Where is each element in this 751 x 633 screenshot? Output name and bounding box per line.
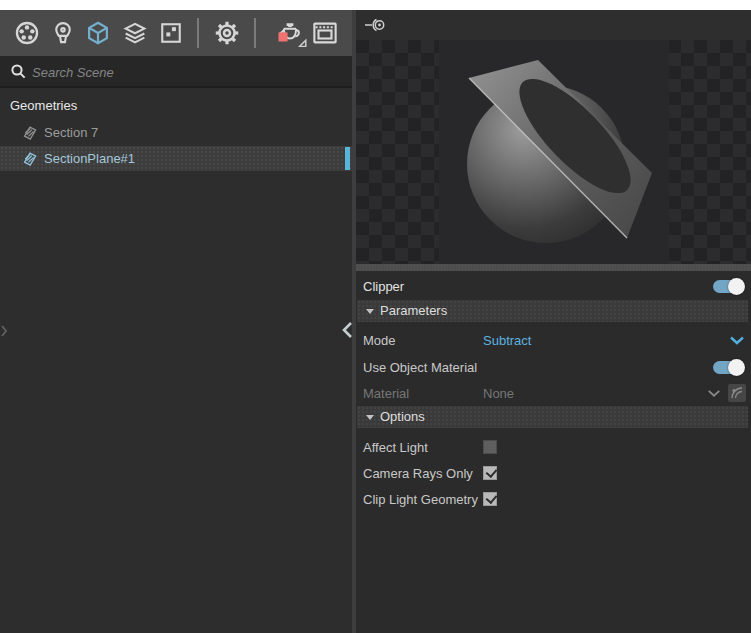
inspector-header	[356, 10, 751, 40]
material-node-icon	[730, 386, 744, 400]
geometry-cube-icon[interactable]	[82, 17, 114, 49]
collapse-arrow-icon	[366, 415, 374, 420]
section-plane-icon	[21, 150, 39, 168]
selection-accent-bar	[345, 147, 350, 170]
section-title: Parameters	[380, 300, 447, 322]
settings-gear-icon[interactable]	[211, 17, 243, 49]
toolbar-separator	[197, 18, 199, 48]
render-teapot-icon[interactable]	[272, 17, 308, 49]
clip-light-geometry-row: Clip Light Geometry	[356, 486, 751, 512]
clip-light-geometry-label: Clip Light Geometry	[363, 492, 478, 507]
toolbar-separator	[254, 18, 256, 48]
clip-light-geometry-checkbox[interactable]	[483, 492, 497, 506]
mode-label: Mode	[363, 332, 396, 347]
render-target-wheel-icon[interactable]	[11, 17, 43, 49]
mode-row: Mode Subtract	[356, 327, 751, 352]
material-node-button[interactable]	[728, 384, 746, 402]
scene-outliner-panel: Geometries Section 7 SectionPlane#1	[0, 10, 352, 633]
section-title: Options	[380, 406, 425, 428]
material-row: Material None	[356, 381, 751, 405]
affect-light-label: Affect Light	[363, 440, 428, 455]
chevron-down-icon[interactable]	[707, 389, 721, 398]
scene-search	[0, 56, 352, 88]
camera-rays-only-label: Camera Rays Only	[363, 466, 473, 481]
outliner-toolbar	[0, 10, 352, 56]
light-bulb-icon[interactable]	[47, 17, 79, 49]
affect-light-checkbox[interactable]	[483, 440, 497, 454]
clipper-row: Clipper	[356, 272, 751, 300]
camera-rays-only-row: Camera Rays Only	[356, 460, 751, 486]
mode-value[interactable]: Subtract	[483, 332, 531, 347]
use-object-material-label: Use Object Material	[363, 359, 477, 374]
collapse-panel-chevron-icon[interactable]	[341, 320, 354, 340]
affect-light-row: Affect Light	[356, 434, 751, 460]
application-window: Geometries Section 7 SectionPlane#1	[0, 0, 751, 633]
node-inspector-panel: Clipper Parameters Mode Subtract Use Obj…	[356, 10, 751, 633]
preview-splitter[interactable]	[356, 264, 751, 271]
chevron-down-icon[interactable]	[729, 336, 745, 345]
material-preview-viewport[interactable]	[356, 40, 751, 264]
camera-rays-only-checkbox[interactable]	[483, 466, 497, 480]
tree-group-geometries[interactable]: Geometries	[0, 94, 352, 118]
search-icon	[10, 63, 27, 80]
search-input[interactable]	[30, 56, 334, 88]
material-value[interactable]: None	[483, 386, 514, 401]
texture-image-icon[interactable]	[155, 17, 187, 49]
section-plane-icon	[21, 124, 39, 142]
clipper-enable-toggle[interactable]	[713, 280, 744, 293]
layers-icon[interactable]	[119, 17, 151, 49]
tree-item-label: SectionPlane#1	[44, 146, 135, 172]
use-object-material-toggle[interactable]	[713, 361, 744, 374]
preview-render	[356, 40, 751, 264]
panel-expand-tab[interactable]	[0, 322, 8, 340]
collapse-arrow-icon	[366, 309, 374, 314]
material-label: Material	[363, 386, 409, 401]
tree-item-label: Section 7	[44, 120, 98, 146]
tree-item-sectionplane-1[interactable]: SectionPlane#1	[0, 146, 352, 171]
node-title: Clipper	[363, 279, 404, 294]
render-window-icon[interactable]	[309, 17, 341, 49]
section-header-options[interactable]: Options	[357, 406, 748, 428]
node-pin-icon	[364, 17, 386, 33]
use-object-material-row: Use Object Material	[356, 354, 751, 379]
tree-item-section-7[interactable]: Section 7	[0, 120, 352, 146]
section-header-parameters[interactable]: Parameters	[357, 300, 748, 322]
